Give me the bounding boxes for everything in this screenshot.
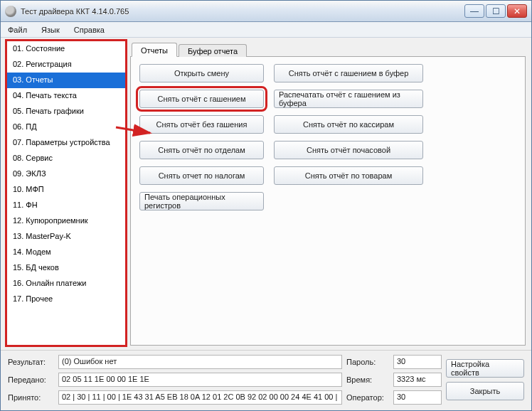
- close-button[interactable]: Закрыть: [446, 382, 524, 400]
- app-window: Тест драйвера ККТ 4.14.0.765 — ☐ ✕ Файл …: [0, 0, 532, 411]
- result-label: Результат:: [8, 358, 54, 366]
- body-area: 01. Состояние02. Регистрация03. Отчеты04…: [1, 38, 531, 350]
- menubar: Файл Язык Справка: [1, 22, 531, 38]
- main-panel: Отчеты Буфер отчета Открыть смену Снять …: [130, 41, 526, 346]
- window-title: Тест драйвера ККТ 4.14.0.765: [21, 7, 464, 16]
- sidebar-item-15[interactable]: 16. Онлайн платежи: [7, 276, 125, 292]
- sidebar-item-13[interactable]: 14. Модем: [7, 245, 125, 260]
- recv-value: 02 | 30 | 11 | 00 | 1E 43 31 A5 EB 18 0A…: [58, 390, 342, 405]
- sidebar-item-0[interactable]: 01. Состояние: [7, 41, 125, 57]
- sidebar-item-2[interactable]: 03. Отчеты: [7, 73, 125, 88]
- sidebar-item-9[interactable]: 10. МФП: [7, 182, 125, 198]
- tabs: Отчеты Буфер отчета: [132, 41, 526, 57]
- tab-buffer[interactable]: Буфер отчета: [179, 44, 247, 57]
- maximize-button[interactable]: ☐: [486, 4, 506, 18]
- open-shift-button[interactable]: Открыть смену: [139, 64, 264, 82]
- z-report-to-buffer-button[interactable]: Снять отчёт с гашением в буфер: [274, 64, 423, 82]
- sidebar: 01. Состояние02. Регистрация03. Отчеты04…: [6, 41, 126, 346]
- operator-value[interactable]: 30: [393, 390, 442, 405]
- z-report-button[interactable]: Снять отчёт с гашением: [139, 90, 264, 108]
- password-value[interactable]: 30: [393, 355, 442, 369]
- print-z-from-buffer-button[interactable]: Распечатать отчёт с гашением из буфера: [274, 90, 423, 108]
- properties-button[interactable]: Настройка свойств: [446, 359, 524, 378]
- time-value: 3323 мс: [393, 373, 442, 387]
- sidebar-item-5[interactable]: 06. ПД: [7, 119, 125, 135]
- menu-language[interactable]: Язык: [38, 24, 63, 36]
- recv-label: Принято:: [8, 393, 54, 402]
- close-window-button[interactable]: ✕: [507, 4, 527, 18]
- operator-label: Оператор:: [346, 393, 389, 402]
- sent-label: Передано:: [8, 375, 54, 384]
- status-bar: Результат: (0) Ошибок нет Пароль: 30 Нас…: [1, 350, 531, 410]
- report-by-goods-button[interactable]: Снять отчёт по товарам: [274, 166, 423, 185]
- sidebar-item-3[interactable]: 04. Печать текста: [7, 88, 125, 104]
- menu-file[interactable]: Файл: [5, 24, 30, 36]
- sidebar-item-10[interactable]: 11. ФН: [7, 198, 125, 213]
- sidebar-item-7[interactable]: 08. Сервис: [7, 151, 125, 166]
- menu-help[interactable]: Справка: [71, 24, 107, 36]
- password-label: Пароль:: [346, 358, 389, 366]
- report-hourly-button[interactable]: Снять отчёт почасовой: [274, 141, 423, 159]
- report-by-tax-button[interactable]: Снять отчет по налогам: [139, 166, 264, 185]
- window-controls: — ☐ ✕: [464, 4, 527, 18]
- sidebar-item-11[interactable]: 12. Купюроприемник: [7, 213, 125, 229]
- sent-value: 02 05 11 1E 00 00 1E 1E: [58, 373, 342, 387]
- time-label: Время:: [346, 375, 389, 384]
- report-by-cashiers-button[interactable]: Снять отчёт по кассирам: [274, 115, 423, 134]
- tab-panel-reports: Открыть смену Снять отчёт с гашением в б…: [130, 56, 526, 346]
- sidebar-item-1[interactable]: 02. Регистрация: [7, 57, 125, 73]
- report-by-dept-button[interactable]: Снять отчёт по отделам: [139, 141, 264, 159]
- x-report-button[interactable]: Снять отчёт без гашения: [139, 115, 264, 134]
- titlebar: Тест драйвера ККТ 4.14.0.765 — ☐ ✕: [1, 1, 531, 22]
- sidebar-item-12[interactable]: 13. MasterPay-K: [7, 229, 125, 245]
- sidebar-item-4[interactable]: 05. Печать графики: [7, 104, 125, 119]
- sidebar-item-14[interactable]: 15. БД чеков: [7, 260, 125, 276]
- sidebar-item-6[interactable]: 07. Параметры устройства: [7, 135, 125, 151]
- tab-reports[interactable]: Отчеты: [132, 43, 177, 57]
- result-value: (0) Ошибок нет: [58, 355, 342, 369]
- minimize-button[interactable]: —: [464, 4, 484, 18]
- app-icon: [5, 6, 16, 17]
- sidebar-item-8[interactable]: 09. ЭКЛЗ: [7, 166, 125, 182]
- print-op-registers-button[interactable]: Печать операционных регистров: [139, 192, 264, 210]
- sidebar-item-16[interactable]: 17. Прочее: [7, 292, 125, 307]
